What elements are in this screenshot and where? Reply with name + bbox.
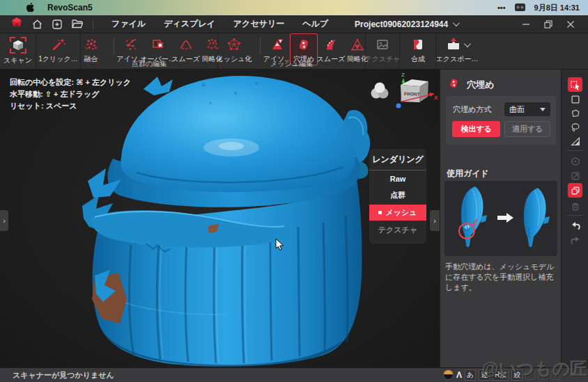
scan-cell: スキャン bbox=[0, 33, 36, 69]
isolated-mesh-icon bbox=[270, 35, 285, 54]
smooth-points-button[interactable]: スムーズ bbox=[173, 33, 199, 64]
revoscan-logo-icon bbox=[11, 17, 22, 31]
menu-display[interactable]: ディスプレイ bbox=[164, 18, 215, 30]
render-option-mesh[interactable]: メッシュ bbox=[369, 205, 426, 221]
svg-text:Z: Z bbox=[401, 72, 405, 78]
render-option-pointcloud[interactable]: 点群 bbox=[369, 187, 426, 203]
magic-wand-icon bbox=[51, 35, 66, 54]
menubar-device-icon[interactable] bbox=[515, 3, 525, 13]
scan-button[interactable]: スキャン bbox=[3, 33, 32, 65]
right-panel-expander[interactable]: › bbox=[430, 210, 440, 231]
group-divider bbox=[260, 38, 261, 54]
macos-menubar: RevoScan5 ••• 9月8日 14:31 bbox=[0, 0, 588, 15]
smooth-mesh-button[interactable]: スムーズ bbox=[318, 33, 344, 64]
lasso-select-tool-button[interactable] bbox=[568, 120, 582, 134]
ime-record-icon[interactable] bbox=[443, 369, 454, 380]
hexagon-tool-button bbox=[568, 154, 582, 168]
texture-label: テクスチャ bbox=[364, 54, 400, 64]
ime-caret-icon: Λ bbox=[456, 370, 462, 380]
minimize-button[interactable] bbox=[518, 17, 534, 32]
chevron-down-icon bbox=[453, 19, 460, 26]
export-cell: エクスポー… bbox=[437, 33, 477, 69]
hole-fill-panel-icon bbox=[447, 77, 461, 93]
mouse-cursor bbox=[275, 239, 285, 251]
export-button[interactable]: エクスポー… bbox=[436, 33, 479, 64]
watermark-text: @いつもの匠 bbox=[481, 357, 587, 380]
home-button[interactable] bbox=[32, 19, 42, 29]
isolated-points-icon bbox=[123, 35, 139, 54]
duplicate-tool-button[interactable] bbox=[568, 183, 582, 198]
texture-button: テクスチャ bbox=[364, 33, 400, 64]
fuse-icon bbox=[84, 35, 99, 54]
open-project-button[interactable] bbox=[72, 19, 83, 29]
export-chevron-icon bbox=[463, 40, 470, 47]
guide-description: 手動穴埋めは、メッシュモデルに存在する穴を手動選択し補充します。 bbox=[445, 262, 557, 293]
hint-rotate: 回転の中心を設定: ⌘ + 左クリック bbox=[10, 77, 131, 88]
smooth-points-label: スムーズ bbox=[171, 54, 200, 64]
restore-button[interactable] bbox=[541, 17, 556, 32]
smooth-mesh-icon bbox=[323, 35, 339, 54]
viewport-3d[interactable]: 回転の中心を設定: ⌘ + 左クリック 水平移動: ⇧ + 左ドラッグ リセット… bbox=[0, 70, 440, 367]
group-divider bbox=[114, 38, 114, 54]
project-switcher[interactable]: Project09062023124944 bbox=[355, 19, 458, 29]
compose-label: 合成 bbox=[411, 54, 425, 64]
one-click-button[interactable]: 1クリック… bbox=[38, 33, 78, 64]
view-spheres-icon bbox=[371, 83, 389, 99]
ime-candidate[interactable]: あ bbox=[465, 369, 476, 381]
texture-icon bbox=[375, 35, 390, 54]
undo-button[interactable] bbox=[568, 218, 582, 232]
scan-icon bbox=[8, 35, 28, 55]
selected-square-icon bbox=[378, 211, 382, 214]
close-button[interactable] bbox=[563, 17, 578, 32]
menu-file[interactable]: ファイル bbox=[111, 18, 146, 30]
guide-model-after bbox=[524, 188, 550, 247]
hole-fill-settings-card: 穴埋め方式 曲面 検出する 適用する bbox=[446, 96, 556, 145]
compose-icon bbox=[410, 35, 426, 54]
rendering-panel: レンダリング Raw 点群 メッシュ テクスチャ bbox=[369, 149, 426, 244]
apple-menu-icon[interactable] bbox=[26, 3, 36, 13]
paint-select-tool-button[interactable] bbox=[568, 134, 582, 148]
new-project-button[interactable] bbox=[52, 19, 62, 29]
fuse-button[interactable]: 融合 bbox=[73, 33, 109, 64]
render-option-raw[interactable]: Raw bbox=[369, 172, 426, 186]
hint-reset: リセット: スペース bbox=[10, 100, 131, 112]
menu-help[interactable]: ヘルプ bbox=[302, 18, 328, 30]
redo-button bbox=[568, 232, 582, 247]
scanner-status-message: スキャナーが見つかりません bbox=[13, 370, 114, 381]
select-tool-button[interactable] bbox=[568, 77, 582, 92]
fuse-label: 融合 bbox=[84, 54, 98, 64]
one-click-label: 1クリック… bbox=[38, 54, 78, 64]
guide-title: 使用ガイド bbox=[447, 168, 489, 180]
svg-text:FRONT: FRONT bbox=[404, 91, 420, 97]
meshify-icon bbox=[226, 35, 242, 54]
method-select[interactable]: 曲面 bbox=[504, 102, 550, 116]
toolbar-divider bbox=[567, 215, 583, 216]
mesh-edit-group: メッシュ化 アイソ… 穴埋め bbox=[218, 33, 366, 69]
texture-cell: テクスチャ bbox=[366, 33, 400, 69]
menubar-clock[interactable]: 9月8日 14:31 bbox=[534, 3, 580, 13]
mesh-edit-group-label: メッシュ編集 bbox=[270, 59, 313, 69]
polygon-select-tool-button[interactable] bbox=[568, 106, 582, 120]
rendering-panel-title: レンダリング bbox=[369, 154, 426, 170]
menubar-overflow-icon[interactable]: ••• bbox=[497, 3, 506, 12]
navigation-cube[interactable]: Z FRONT X bbox=[364, 71, 440, 114]
project-name: Project09062023124944 bbox=[355, 19, 448, 29]
apply-button: 適用する bbox=[504, 121, 550, 137]
rect-select-tool-button[interactable] bbox=[568, 92, 582, 106]
viewport-hints: 回転の中心を設定: ⌘ + 左クリック 水平移動: ⇧ + 左ドラッグ リセット… bbox=[10, 77, 131, 112]
detect-button[interactable]: 検出する bbox=[452, 121, 500, 137]
toolbar-divider bbox=[567, 150, 583, 151]
left-panel-expander[interactable]: › bbox=[0, 210, 8, 231]
app-titlebar: ファイル ディスプレイ アクセサリー ヘルプ Project0906202312… bbox=[0, 15, 588, 33]
compose-button[interactable]: 合成 bbox=[410, 33, 426, 64]
delete-tool-button bbox=[568, 199, 582, 214]
menubar-app-name[interactable]: RevoScan5 bbox=[47, 3, 93, 13]
meshify-button[interactable]: メッシュ化 bbox=[212, 33, 256, 64]
revoscan-window: RevoScan5 ••• 9月8日 14:31 ファイル ディスプレイ アクセ… bbox=[0, 0, 588, 382]
plane-tool-button bbox=[568, 168, 582, 183]
guide-model-before bbox=[459, 186, 487, 247]
hint-pan: 水平移動: ⇧ + 左ドラッグ bbox=[10, 88, 131, 100]
menu-accessory[interactable]: アクセサリー bbox=[233, 18, 284, 30]
guide-arrow-icon bbox=[497, 213, 513, 223]
smooth-mesh-label: スムーズ bbox=[317, 54, 346, 64]
